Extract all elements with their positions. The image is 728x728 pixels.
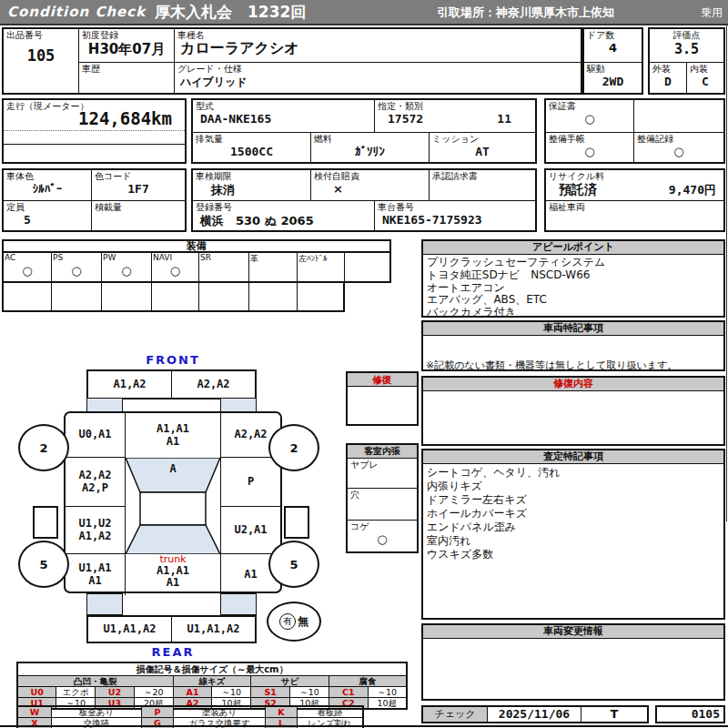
check-date: 2025/11/06 <box>488 707 581 722</box>
assessment-notes-title: 査定特記事項 <box>423 450 723 464</box>
payload-label: 積載量 <box>92 201 185 213</box>
warranty-label: 保証書 <box>546 100 633 112</box>
repair-flag-box: 修復 <box>346 371 419 426</box>
legend-group-dent: 凸凹・亀裂 <box>17 676 173 687</box>
model-name-cell: 車種名 カローラアクシオ <box>175 29 581 63</box>
appeal-points-title: アピールポイント <box>423 241 723 255</box>
equipment-value: ○ <box>52 264 101 278</box>
inspection-box: 車検期限 抹消 検付自賠責 × 承認請求書 登録番号 横浜 530 ぬ 2065… <box>191 168 537 232</box>
tire-rear-right: 5 <box>268 541 319 588</box>
cabin-row-tear: ヤブレ <box>348 459 417 489</box>
color-capacity-box: 車体色 ｼﾙﾊﾞｰ 色コード 1F7 定員 5 積載量 <box>2 168 187 232</box>
tire-front-left: 2 <box>18 424 69 471</box>
change-info-content <box>423 639 723 703</box>
repair-flag-content <box>348 387 417 428</box>
trunk-marks: A1,A1 A1 <box>126 565 220 589</box>
warranty-value: ○ <box>546 112 633 126</box>
brand-logo: Condition Check <box>7 4 146 20</box>
legend-code: C1 <box>329 687 368 698</box>
maintenance-record-label: 整備記録 <box>634 133 723 145</box>
legend-code: A1 <box>173 687 212 698</box>
cabin-row-hole: 穴 <box>348 489 417 521</box>
drive-value: 2WD <box>584 75 642 88</box>
vehicle-id-box: 出品番号 105 初度登録 H30年07月 車種名 カローラアクシオ 車歴 グレ… <box>2 27 582 95</box>
capacity-cell: 定員 5 <box>4 201 92 230</box>
header-bar: Condition Check 厚木入札会 1232回 引取場所：神奈川県厚木市… <box>0 0 728 25</box>
special-notes-section: 車両特記事項 ※記載のない書類・機器等は無しとして取り扱います。 <box>421 320 725 371</box>
change-info-section: 車両変更情報 <box>421 623 725 701</box>
reg-plate-cell: 登録番号 横浜 530 ぬ 2065 <box>193 201 375 230</box>
legend-group-rust: サビ <box>251 676 329 687</box>
first-registration-value: H30年07月 <box>79 41 174 58</box>
right-rear-door: U2,A1 <box>220 507 280 554</box>
rear-window-shape <box>126 525 220 554</box>
left-front-door: A2,A2 A2,P <box>66 458 126 507</box>
doors-drive-box: ドア数 4 駆動 2WD <box>582 27 643 95</box>
color-code-value: 1F7 <box>92 182 185 196</box>
spare-tire-indicator: 有 無 <box>267 602 321 642</box>
legend-desc: ～10 <box>368 687 407 698</box>
appeal-line: プリクラッシュセーフティシステム <box>427 257 720 269</box>
rear-bumper: U1,A1,A2 U1,A1,A2 <box>86 615 257 643</box>
car-body: U0,A1 A2,A2 A2,P U1,U2 A1,A2 U1,A1 A1 A2… <box>64 411 282 593</box>
interior-grade-value: C <box>687 75 723 88</box>
equipment-cell-ps: PS○ <box>52 253 102 281</box>
equipment-empty-cell <box>298 283 343 310</box>
special-notes-content: ※記載のない書類・機器等は無しとして取り扱います。 <box>423 336 723 373</box>
condition-check-sheet: Condition Check 厚木入札会 1232回 引取場所：神奈川県厚木市… <box>0 0 728 728</box>
repair-detail-title: 修復内容 <box>423 378 723 391</box>
appeal-line: バックカメラ付き <box>427 307 720 319</box>
equipment-empty-cell <box>152 283 199 310</box>
tire-front-right: 2 <box>268 424 319 471</box>
type-class-label: 指定・類別 <box>375 100 535 112</box>
front-bumper-left: A1,A2 <box>88 371 172 398</box>
front-bumper-right: A2,A2 <box>172 371 255 398</box>
inspection-cell: 車検期限 抹消 <box>193 170 311 201</box>
right-edge-rule <box>726 25 727 521</box>
equipment-cell-lhd: 左ﾊﾝﾄﾞﾙ <box>298 253 345 281</box>
diagram-rear-label: REAR <box>127 645 218 659</box>
score-box: 評価点 3.5 外装 D 内装 C <box>648 27 725 95</box>
check-inspector: T <box>581 707 647 722</box>
legend-desc: 塗装あり <box>174 706 266 718</box>
equipment-empty-cell <box>52 283 102 310</box>
legend-code: U2 <box>96 687 135 698</box>
lot-number-value: 105 <box>4 46 78 65</box>
exterior-grade-label: 外装 <box>650 63 686 75</box>
rear-bumper-left: U1,A1,A2 <box>88 617 172 642</box>
history-label: 車歴 <box>79 63 174 75</box>
equipment-cell-ac: AC○ <box>4 253 52 281</box>
assessment-line: ドアミラー左右キズ <box>427 493 720 507</box>
interior-grade-cell: 内装 C <box>687 63 723 93</box>
warranty-cell: 保証書 ○ <box>546 100 634 133</box>
spare-none-mark: 無 <box>298 614 308 630</box>
equipment-empty-cell <box>199 283 249 310</box>
vehicle-class: 乗用 <box>701 5 723 21</box>
model-code-cell: 型式 DAA-NKE165 <box>193 100 375 133</box>
legend-code: U0 <box>17 687 56 698</box>
displacement-label: 排気量 <box>193 133 310 145</box>
mileage-cell: 走行（現メーター） 124,684km <box>4 100 185 131</box>
hood: A1,A1 A1 <box>126 413 220 458</box>
documents-empty-cell <box>634 100 723 133</box>
first-registration-cell: 初度登録 H30年07月 <box>79 29 175 63</box>
assessment-line: ウスキズ多数 <box>427 548 720 561</box>
cabin-row-value: ○ <box>348 532 417 546</box>
legend-desc: ～10 <box>290 687 329 698</box>
class-number-value: 11 <box>497 112 511 126</box>
equipment-cell-leather: 革 <box>249 253 298 281</box>
left-front-fender: U0,A1 <box>66 413 126 458</box>
approval-cell: 承認請求書 <box>430 170 535 201</box>
exterior-grade-value: D <box>650 75 686 88</box>
chassis-cell: 車台番号 NKE165-7175923 <box>375 201 535 230</box>
score-value: 3.5 <box>650 41 723 57</box>
displacement-cell: 排気量 1500CC <box>193 133 311 162</box>
recycle-fee-value: 9,470円 <box>669 182 716 198</box>
type-class-cell: 指定・類別 17572 11 <box>375 100 535 133</box>
special-notes-title: 車両特記事項 <box>423 322 723 336</box>
equipment-cell-extra <box>345 253 389 281</box>
payload-cell: 積載量 <box>92 201 185 230</box>
check-row: チェック 2025/11/06 T <box>421 705 649 723</box>
legend-desc: ～10 <box>212 687 251 698</box>
maintenance-book-value: ○ <box>546 145 633 158</box>
